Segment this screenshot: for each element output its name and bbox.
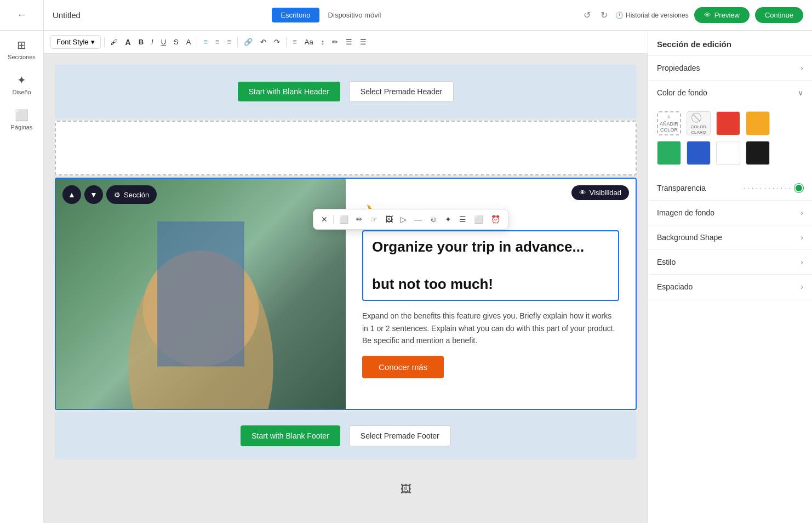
format-tool-text-color[interactable]: A bbox=[184, 36, 194, 48]
eye-icon: 👁 bbox=[704, 11, 711, 19]
toolbar-separator-2 bbox=[197, 37, 197, 47]
redo-button[interactable]: ↻ bbox=[598, 8, 610, 22]
color-swatch-white[interactable] bbox=[716, 141, 740, 165]
ft-resize-btn[interactable]: ⬜ bbox=[337, 213, 351, 226]
content-section: ▲ ▼ ⚙ Sección 👁 Visibilidad ✕ ⬜ ✏ ☞ 🖼 bbox=[55, 178, 637, 410]
ft-emoji-btn[interactable]: ☺ bbox=[427, 213, 439, 226]
section-body: Expand on the benefits this feature give… bbox=[362, 310, 619, 346]
add-color-button[interactable]: + AÑADIR COLOR bbox=[657, 111, 681, 135]
gear-icon: ⚙ bbox=[114, 191, 121, 199]
ft-shape-btn[interactable]: ✦ bbox=[443, 213, 454, 226]
slider-thumb[interactable] bbox=[794, 184, 803, 192]
sidebar-item-secciones[interactable]: ⊞ Secciones bbox=[0, 31, 43, 66]
undo-button[interactable]: ↺ bbox=[581, 8, 593, 22]
blank-footer-button[interactable]: Start with Blank Footer bbox=[241, 425, 340, 446]
format-tool-align-right[interactable]: ≡ bbox=[225, 36, 235, 48]
rp-row-bg-shape[interactable]: Background Shape › bbox=[648, 225, 812, 249]
color-swatch-green[interactable] bbox=[657, 141, 681, 165]
format-tool-redo[interactable]: ↷ bbox=[271, 36, 283, 48]
media-icon: 🖼 bbox=[401, 483, 411, 496]
section-down-button[interactable]: ▼ bbox=[84, 185, 103, 204]
ft-edit-btn[interactable]: ✏ bbox=[354, 213, 365, 226]
format-tool-brush[interactable]: ✏ bbox=[329, 36, 341, 48]
format-tool-undo[interactable]: ↶ bbox=[258, 36, 269, 48]
sidebar-item-label: Secciones bbox=[8, 54, 36, 60]
continue-button[interactable]: Continue bbox=[755, 7, 803, 23]
format-tool-align-left[interactable]: ≡ bbox=[201, 36, 210, 48]
sidebar-item-paginas[interactable]: ⬜ Páginas bbox=[0, 101, 43, 136]
slider-track: · · · · · · · · · · · · bbox=[744, 185, 791, 191]
color-swatch-blue[interactable] bbox=[687, 141, 711, 165]
blank-header-button[interactable]: Start with Blank Header bbox=[238, 82, 340, 101]
chevron-right-icon-4: › bbox=[800, 258, 803, 266]
format-tool-strikethrough[interactable]: S bbox=[171, 36, 181, 48]
mobile-view-btn[interactable]: Dispositivo móvil bbox=[319, 8, 390, 22]
rp-row-propiedades[interactable]: Propiedades › bbox=[648, 56, 812, 80]
header-section: Start with Blank Header Select Premade H… bbox=[55, 65, 637, 118]
cta-button[interactable]: Conocer más bbox=[362, 356, 444, 378]
premade-footer-button[interactable]: Select Premade Footer bbox=[349, 425, 451, 446]
ft-timer-btn[interactable]: ⏰ bbox=[489, 213, 502, 226]
section-up-button[interactable]: ▲ bbox=[62, 185, 81, 204]
transparencia-label: Transparencia bbox=[657, 184, 706, 192]
color-swatch-red[interactable] bbox=[716, 111, 740, 135]
right-panel-title: Sección de edición bbox=[648, 31, 812, 56]
left-sidebar: ← ⊞ Secciones ✦ Diseño ⬜ Páginas 🖼 bbox=[0, 0, 44, 523]
format-tool-font-size[interactable]: Aa bbox=[302, 36, 316, 48]
format-tool-emoji[interactable]: 🖋 bbox=[108, 36, 121, 48]
format-tool-ul[interactable]: ☰ bbox=[357, 36, 369, 48]
preview-button[interactable]: 👁 Preview bbox=[694, 7, 750, 23]
ft-image-btn[interactable]: 🖼 bbox=[383, 213, 395, 226]
ft-table-btn[interactable]: ☰ bbox=[457, 213, 468, 226]
rp-section-estilo: Estilo › bbox=[648, 250, 812, 275]
formatting-toolbar: Font Style ▾ 🖋 A B I U S A ≡ ≡ ≡ 🔗 ↶ ↷ ≡… bbox=[44, 31, 648, 54]
page-title: Untitled bbox=[53, 10, 81, 20]
chevron-down-icon: ∨ bbox=[798, 88, 803, 97]
transparencia-row: Transparencia · · · · · · · · · · · · bbox=[648, 179, 812, 200]
section-heading: Organize your trip in advance...but not … bbox=[372, 238, 609, 293]
rp-section-imagen: Imagen de fondo › bbox=[648, 201, 812, 225]
back-button[interactable]: ← bbox=[13, 7, 31, 23]
top-bar: Untitled Escritorio Dispositivo móvil ↺ … bbox=[44, 0, 812, 31]
right-panel: Sección de edición Propiedades › Color d… bbox=[648, 31, 812, 523]
format-tool-list[interactable]: ≡ bbox=[290, 36, 300, 48]
ft-close-btn[interactable]: ✕ bbox=[319, 213, 330, 226]
ft-video-btn[interactable]: ▷ bbox=[398, 213, 409, 226]
chevron-right-icon-5: › bbox=[800, 282, 803, 291]
format-tool-link[interactable]: 🔗 bbox=[241, 36, 255, 48]
sidebar-item-media[interactable]: 🖼 bbox=[0, 475, 812, 501]
visibility-button[interactable]: 👁 Visibilidad bbox=[571, 185, 629, 200]
ft-embed-btn[interactable]: ⬜ bbox=[472, 213, 485, 226]
footer-section: Start with Blank Footer Select Premade F… bbox=[55, 412, 637, 459]
rp-row-imagen[interactable]: Imagen de fondo › bbox=[648, 201, 812, 225]
top-right-actions: ↺ ↻ 🕐 Historial de versiones 👁 Preview C… bbox=[581, 7, 803, 23]
format-tool-align-center[interactable]: ≡ bbox=[213, 36, 222, 48]
desktop-view-btn[interactable]: Escritorio bbox=[272, 8, 319, 22]
ft-pointer-btn[interactable]: ☞ bbox=[368, 213, 380, 226]
rp-row-color-fondo[interactable]: Color de fondo ∨ bbox=[648, 81, 812, 105]
history-button[interactable]: 🕐 Historial de versiones bbox=[615, 12, 689, 19]
format-tool-underline[interactable]: U bbox=[158, 36, 169, 48]
sidebar-item-diseno[interactable]: ✦ Diseño bbox=[0, 66, 43, 101]
view-switcher: Escritorio Dispositivo móvil bbox=[87, 8, 575, 22]
color-swatch-black[interactable] bbox=[746, 141, 770, 165]
color-swatch-orange[interactable] bbox=[746, 111, 770, 135]
main-canvas-area: Font Style ▾ 🖋 A B I U S A ≡ ≡ ≡ 🔗 ↶ ↷ ≡… bbox=[44, 31, 648, 523]
format-tool-italic[interactable]: I bbox=[148, 36, 156, 48]
format-tool-color[interactable]: A bbox=[123, 36, 134, 48]
premade-header-button[interactable]: Select Premade Header bbox=[349, 81, 454, 102]
transparencia-slider[interactable]: · · · · · · · · · · · · bbox=[744, 184, 803, 192]
color-fondo-label: Color de fondo bbox=[657, 88, 707, 97]
format-tool-ol[interactable]: ☰ bbox=[343, 36, 355, 48]
format-tool-line-height[interactable]: ↕ bbox=[318, 36, 328, 48]
clear-color-button[interactable]: ⃠ COLOR CLARO bbox=[687, 111, 711, 135]
format-tool-bold[interactable]: B bbox=[136, 36, 146, 48]
toolbar-separator-3 bbox=[237, 37, 238, 47]
section-heading-box[interactable]: Organize your trip in advance...but not … bbox=[362, 230, 619, 301]
rp-row-estilo[interactable]: Estilo › bbox=[648, 250, 812, 274]
rp-row-espaciado[interactable]: Espaciado › bbox=[648, 275, 812, 299]
font-style-button[interactable]: Font Style ▾ bbox=[50, 35, 101, 49]
empty-section bbox=[55, 121, 637, 175]
section-label-button[interactable]: ⚙ Sección bbox=[106, 185, 157, 204]
ft-divider-btn[interactable]: — bbox=[412, 213, 424, 226]
